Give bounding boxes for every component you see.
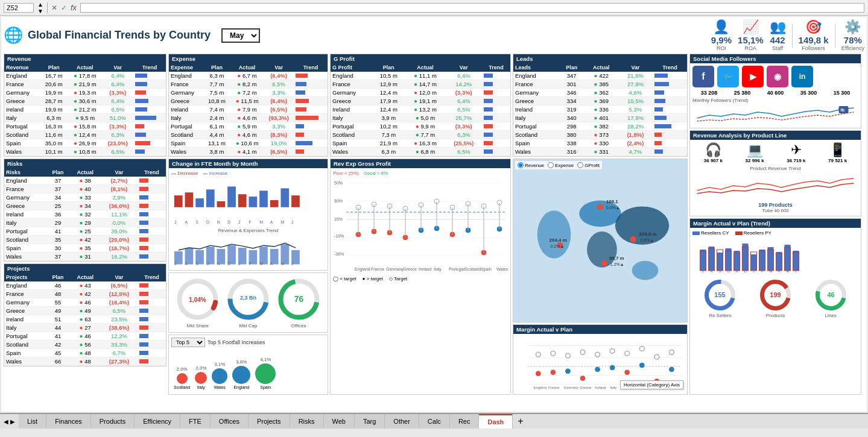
svg-text:J: J (238, 220, 240, 224)
tab-prev-icon[interactable]: ◀ (4, 418, 8, 425)
top5-dropdown[interactable]: Top 5Top 3Top 10 (171, 338, 205, 347)
country-cell: Greece (4, 97, 40, 105)
actual-cell: ● 25 (69, 227, 101, 236)
tab-products[interactable]: Products (91, 414, 135, 429)
svg-text:England: England (533, 386, 546, 389)
tab-risks[interactable]: Risks (290, 414, 324, 429)
actual-cell: ● 385 (584, 80, 618, 89)
tab-finances[interactable]: Finances (46, 414, 91, 429)
tab-next-icon[interactable]: ▶ (10, 418, 15, 425)
svg-text:N: N (736, 269, 738, 273)
cell-reference[interactable] (4, 3, 34, 13)
trend-bar (139, 292, 148, 296)
plan-cell: 10,8 m (203, 97, 230, 105)
col3: G Profit G ProfitPlanActualVarTrend Engl… (330, 54, 511, 395)
radio-expense[interactable]: Expense (548, 162, 574, 168)
green-dot-icon: ● (80, 333, 83, 339)
green-dot-icon: ● (80, 253, 83, 260)
tab-nav-arrows[interactable]: ◀ ▶ (0, 414, 19, 429)
var-cell: 12,2% (101, 332, 138, 341)
trend-bar (139, 178, 148, 183)
trend-bar (139, 359, 148, 363)
tab-calc[interactable]: Calc (419, 414, 450, 429)
actual-cell: ● 34 (69, 202, 101, 210)
svg-text:Greece: Greece (403, 267, 417, 271)
tab-fte[interactable]: FTE (180, 414, 211, 429)
actual-cell: ● 15,8 m (68, 122, 102, 131)
svg-text:A: A (270, 262, 273, 266)
radio-revenue[interactable]: Revenue (518, 162, 544, 168)
risks-title: Risks (4, 159, 166, 168)
svg-text:J: J (291, 220, 293, 224)
svg-point-133 (551, 370, 556, 375)
trend-cell (294, 131, 328, 139)
trend-cell (653, 131, 687, 139)
donut-resellers-svg: 155 (703, 278, 737, 312)
plan-cell: 334 (559, 97, 584, 105)
page-title: Global Financial Trends by Country (28, 29, 211, 42)
tab-projects[interactable]: Projects (249, 414, 290, 429)
svg-rect-10 (280, 188, 289, 207)
trend-bar (296, 124, 304, 128)
table-row: Germany 34 ● 33 2,9% (4, 193, 166, 202)
green-dot-icon: ● (80, 211, 83, 218)
country-cell: Germany (331, 89, 372, 97)
top5-controls: Top 5Top 3Top 10 Top 5 Footfall Increase… (171, 338, 325, 347)
trend-cell (482, 139, 510, 148)
fte-chart-section: Change in FTE Month by Month — Decrease … (168, 159, 328, 271)
plan-cell: 6,3 m (372, 148, 405, 156)
tab-rec[interactable]: Rec (450, 414, 480, 429)
table-row: Italy 44 ● 27 (38,6%) (4, 324, 166, 332)
check-icon[interactable]: ✓ (61, 4, 67, 12)
table-row: England 10,5 m ● 11,1 m 6,4% (331, 72, 510, 80)
table-row: France 48 ● 42 (12,5%) (4, 290, 166, 298)
country-cell: Ireland (331, 105, 372, 114)
actual-cell: ● 46 (69, 298, 101, 307)
dashboard: 🌐 Global Financial Trends by Country May… (1, 17, 867, 412)
tab-dash[interactable]: Dash (479, 414, 513, 429)
var-cell: 39,0% (101, 227, 138, 236)
country-cell: France (331, 80, 372, 89)
staff-label: Staff (770, 45, 786, 51)
country-cell: Portugal (331, 122, 372, 131)
trend-cell (138, 307, 166, 315)
svg-rect-163 (709, 247, 715, 271)
svg-point-110 (537, 210, 571, 258)
trend-cell (653, 148, 687, 156)
tab-efficiency[interactable]: Efficiency (135, 414, 180, 429)
mkt-share-gauge: 1,04% Mkt Share (175, 277, 220, 329)
country-cell: Greece (331, 97, 372, 105)
var-cell: (3,3%) (446, 89, 482, 97)
tab-web[interactable]: Web (324, 414, 355, 429)
radio-gprofit[interactable]: GProfit (577, 162, 600, 168)
tab-targ[interactable]: Targ (355, 414, 385, 429)
month-select[interactable]: May JanFebMarApr JunJulAug (221, 28, 260, 43)
trend-bar (296, 99, 309, 103)
country-cell: England (331, 72, 372, 80)
country-cell: Portugal (169, 122, 203, 131)
trend-cell (653, 89, 687, 97)
formula-input[interactable] (80, 3, 864, 13)
green-dot-icon: ● (75, 115, 79, 121)
tab-offices[interactable]: Offices (211, 414, 249, 429)
tab-other[interactable]: Other (385, 414, 419, 429)
formula-bar: ▲▼ ✕ ✓ fx (0, 0, 868, 16)
country-cell: France (513, 80, 559, 89)
green-dot-icon: ● (416, 131, 419, 138)
actual-cell: ● 6,8 m (405, 148, 445, 156)
close-icon[interactable]: ✕ (51, 4, 57, 12)
country-cell: Italy (169, 114, 203, 122)
var-cell: (6,5%) (264, 148, 294, 156)
country-cell: Spain (513, 139, 559, 148)
fte-bar-chart: J A S O N D J F M A M J (171, 177, 325, 225)
fte-title: Change in FTE Month by Month (169, 159, 328, 168)
tab-list[interactable]: List (19, 414, 46, 429)
red-dot-icon: ● (80, 324, 83, 331)
sort-up-icon[interactable]: ▲▼ (37, 1, 43, 14)
tab-add-button[interactable]: + (513, 414, 528, 429)
var-cell: (2,4%) (618, 139, 653, 148)
trend-cell (138, 193, 166, 202)
green-dot-icon: ● (80, 228, 83, 234)
plan-cell: 19,9 m (40, 89, 68, 97)
svg-text:England: England (355, 267, 370, 272)
